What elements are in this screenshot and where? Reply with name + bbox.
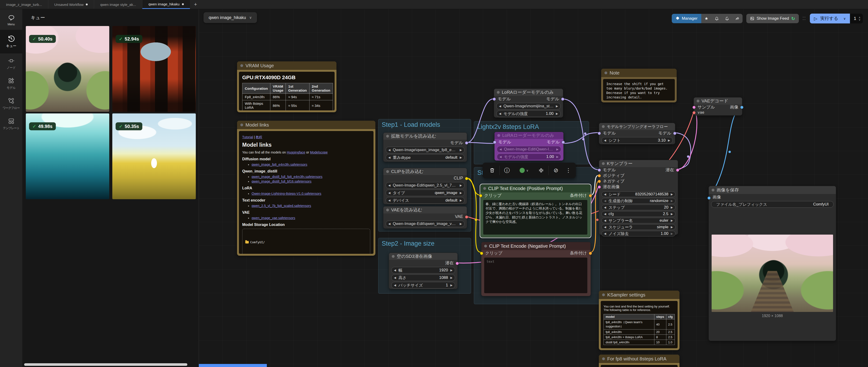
model-file-link[interactable]: Qwen-Image-Lightning-8steps-V1.0.safeten… xyxy=(252,192,321,195)
input-slot-image[interactable] xyxy=(707,196,711,200)
sampler-name-widget[interactable]: ◀サンプラー名 euler▶ xyxy=(601,218,676,223)
tab-workflow-2[interactable]: Unsaved Workflow xyxy=(48,0,94,9)
queue-result-thumbnail-2[interactable]: ✓52.94s xyxy=(112,26,196,112)
input-slot-samples[interactable] xyxy=(692,106,696,109)
load-diffusion-node[interactable]: 拡散モデルを読み込む モデル ◀Qwen-Image\qwen_image_fp… xyxy=(383,132,467,162)
load-clip-header[interactable]: CLIPを読み込む xyxy=(383,168,467,175)
tab-workflow-1[interactable]: image_z_image_turb... xyxy=(0,0,48,9)
tab-workflow-3[interactable]: qwen image style_ak... xyxy=(94,0,142,9)
queue-result-thumbnail-4[interactable]: ✓50.35s xyxy=(112,113,196,199)
lora-strength-widget[interactable]: ◀モデルの強度 1.00▶ xyxy=(497,154,561,160)
vram-usage-header[interactable]: VRAM Usage xyxy=(237,61,337,70)
new-tab-button[interactable]: + xyxy=(190,0,202,9)
queue-result-thumbnail-3[interactable]: ✓49.98s xyxy=(26,113,109,199)
load-vae-header[interactable]: VAEを読み込む xyxy=(383,206,467,213)
more-options-button[interactable]: ⋮ xyxy=(563,163,574,178)
node-collapse-dot[interactable] xyxy=(240,64,243,67)
node-collapse-dot[interactable] xyxy=(604,71,607,74)
lora-loader-node[interactable]: LoRAローダーモデルのみ モデル モデル ◀Qwen-Image\momiji… xyxy=(494,89,563,118)
show-image-feed-button[interactable]: Show Image Feed ↻ xyxy=(746,14,799,23)
scheduler-widget[interactable]: ◀スケジューラ simple▶ xyxy=(601,224,676,230)
output-slot-image[interactable] xyxy=(740,106,744,109)
note-node[interactable]: Note Increase the shift if you get too m… xyxy=(601,69,677,102)
huggingface-link[interactable]: Huggingface xyxy=(287,151,305,154)
manager-button[interactable]: Manager xyxy=(672,14,701,23)
run-button[interactable]: ▷実行する ∨ xyxy=(810,13,850,24)
ksampler-header[interactable]: Kサンプラー xyxy=(599,160,678,167)
negative-prompt-textarea[interactable] xyxy=(484,258,587,293)
weight-dtype-widget[interactable]: ◀重みdtype default▶ xyxy=(386,154,464,161)
control-after-generate-widget[interactable]: ◀生成後の制御 randomize▶ xyxy=(601,198,676,204)
model-file-link[interactable]: qwen_image_distill_full_fp8_e4m3fn.safet… xyxy=(252,175,322,178)
input-slot-vae[interactable] xyxy=(692,111,696,114)
output-slot-model[interactable] xyxy=(561,98,564,101)
height-widget[interactable]: ◀高さ 1088▶ xyxy=(391,274,455,281)
vae-decode-header[interactable]: VAEデコード xyxy=(694,98,742,104)
bypass-node-button[interactable]: ⊘ xyxy=(549,163,563,178)
width-widget[interactable]: ◀幅 1920▶ xyxy=(391,267,455,273)
node-collapse-dot[interactable] xyxy=(712,189,714,192)
output-slot-conditioning[interactable] xyxy=(589,252,592,255)
model-file-link[interactable]: qwen_image_distill_full_bf16.safetensors xyxy=(252,179,311,183)
steps-widget[interactable]: ◀ステップ 20▶ xyxy=(601,205,676,210)
workflow-name-dropdown[interactable]: qwen image_hikaku ∨ xyxy=(204,12,257,23)
queue-result-thumbnail-1[interactable]: ✓50.40s xyxy=(26,26,109,112)
shift-widget[interactable]: ◀シフト 3.10▶ xyxy=(601,137,673,144)
output-slot-clip[interactable] xyxy=(465,177,468,180)
notification-button[interactable] xyxy=(712,14,722,23)
tutorial-zh-link[interactable]: 教程 xyxy=(256,135,262,139)
node-collapse-dot[interactable] xyxy=(240,124,243,126)
positive-prompt-textarea[interactable]: 春、緑に覆われた古い廃線跡（鉄道のレール）。トンネルの出口付近で、満開の桜がアー… xyxy=(483,200,587,235)
node-collapse-dot[interactable] xyxy=(497,91,500,94)
batch-stepper[interactable]: ∧∨ xyxy=(859,16,861,21)
node-collapse-dot[interactable] xyxy=(386,135,389,138)
clip-text-encode-negative-node[interactable]: CLIP Text Encode (Negative Prompt) クリップ … xyxy=(481,242,591,296)
seed-widget[interactable]: ◀シード 832052607148538▶ xyxy=(601,192,676,197)
model-links-header[interactable]: Model links xyxy=(237,121,375,129)
node-collapse-dot[interactable] xyxy=(602,293,605,296)
denoise-widget[interactable]: ◀ノイズ除去 1.00▶ xyxy=(601,231,676,236)
node-info-button[interactable]: ⓘ xyxy=(500,163,514,178)
msaf-header[interactable]: モデルサンプリングオーラフロー xyxy=(599,123,675,130)
sidebar-item-models[interactable]: モデル xyxy=(0,74,22,94)
lora-name-widget[interactable]: ◀Qwen-Image-Edit\Qwen-Image- ...▶ xyxy=(497,146,561,153)
save-image-node[interactable]: 画像を保存 画像 ファイル名_プレフィックス ComfyUI 1920 × 10… xyxy=(709,186,836,341)
model-file-link[interactable]: qwen_2.5_vl_7b_fp8_scaled.safetensors xyxy=(252,204,311,208)
note-header[interactable]: Note xyxy=(601,69,677,77)
vram-usage-node[interactable]: VRAM Usage GPU:RTX4090D 24GB Configurati… xyxy=(237,61,337,112)
tutorial-link[interactable]: Tutorial xyxy=(242,135,253,139)
node-collapse-dot[interactable] xyxy=(497,134,500,137)
share-button[interactable] xyxy=(732,14,743,23)
batch-count-control[interactable]: 1 ∧∨ xyxy=(850,13,863,24)
input-slot-model[interactable] xyxy=(493,141,496,144)
node-collapse-dot[interactable] xyxy=(602,162,605,165)
vae-name-widget[interactable]: ◀Qwen-Image-Edit\qwen_image_vae.safeten … xyxy=(386,221,464,227)
sidebar-item-workflows[interactable]: ワークフロー xyxy=(0,94,22,114)
input-slot-model[interactable] xyxy=(598,168,601,172)
ksampler-node[interactable]: Kサンプラー モデル 潜在 ポジティブ ネガティブ 潜在画像 ◀シード 8320… xyxy=(599,160,678,235)
negative-node-header[interactable]: CLIP Text Encode (Negative Prompt) xyxy=(482,242,591,250)
load-diffusion-header[interactable]: 拡散モデルを読み込む xyxy=(383,133,467,140)
input-slot-clip[interactable] xyxy=(480,252,483,255)
input-slot-model[interactable] xyxy=(598,132,601,135)
delete-node-button[interactable] xyxy=(485,163,499,178)
tab-workflow-4-active[interactable]: qwen image_hikaku xyxy=(142,0,190,9)
input-slot-positive[interactable] xyxy=(598,174,601,177)
drag-handle-icon[interactable]: ⁚⁚ xyxy=(803,16,806,21)
node-collapse-dot[interactable] xyxy=(386,208,389,211)
ksampler-settings-node[interactable]: KSampler settings You can test and find … xyxy=(599,291,680,350)
load-clip-node[interactable]: CLIPを読み込む CLIP ◀Qwen-Image-Edit\qwen_2.5… xyxy=(383,168,467,204)
clip-type-widget[interactable]: ◀タイプ qwen_image▶ xyxy=(386,190,464,196)
node-collapse-dot[interactable] xyxy=(602,357,605,360)
input-slot-latent[interactable] xyxy=(598,186,601,189)
modelscope-link[interactable]: Modelscope xyxy=(310,151,328,154)
model-file-link[interactable]: qwen_image_fp8_e4m3fn.safetensors xyxy=(252,163,307,166)
node-collapse-dot[interactable] xyxy=(392,255,395,258)
filename-prefix-widget[interactable]: ファイル名_プレフィックス ComfyUI xyxy=(711,201,834,208)
input-slot-model[interactable] xyxy=(493,98,496,101)
output-slot-conditioning[interactable] xyxy=(589,194,592,197)
generated-image-preview[interactable] xyxy=(712,235,833,312)
note-text[interactable]: Increase the shift if you get too many b… xyxy=(603,79,675,101)
unet-name-widget[interactable]: ◀Qwen-Image\qwen_image_fp8_e4m3fn.saf ..… xyxy=(386,147,464,153)
for-fp8-header[interactable]: For fp8 without 8steps LoRA xyxy=(599,355,680,363)
